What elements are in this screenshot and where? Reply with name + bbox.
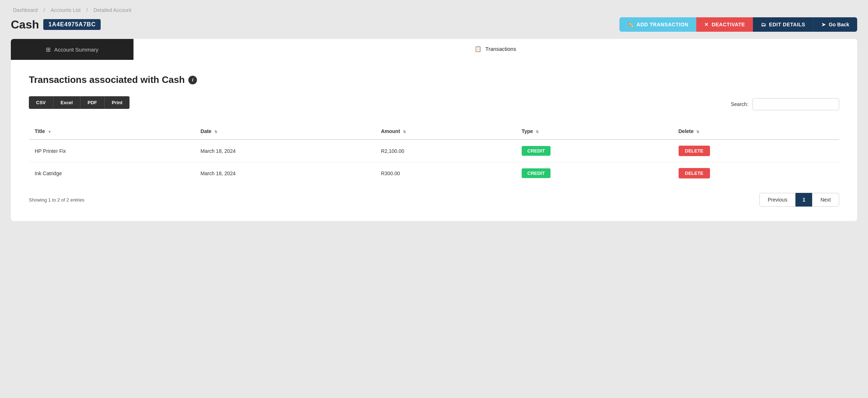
search-label: Search: xyxy=(731,101,748,107)
arrow-icon: ➤ xyxy=(821,22,826,27)
cell-date-1: March 18, 2024 xyxy=(195,162,375,185)
action-buttons: ✏️ ADD TRANSACTION ✕ DEACTIVATE 🗂 EDIT D… xyxy=(619,17,857,32)
sort-amount-icon[interactable]: ⇅ xyxy=(403,130,406,134)
breadcrumb-sep1: / xyxy=(43,7,46,13)
header-row: Cash 1A4E4975A7BC ✏️ ADD TRANSACTION ✕ D… xyxy=(11,17,857,32)
cell-amount-1: R300.00 xyxy=(375,162,516,185)
delete-button-0[interactable]: DELETE xyxy=(679,146,710,156)
table-row: Ink Catridge March 18, 2024 R300.00 CRED… xyxy=(29,162,839,185)
tab-transactions[interactable]: 📋 Transactions xyxy=(133,39,857,60)
export-buttons: CSV Excel PDF Print xyxy=(29,96,130,109)
col-amount: Amount ⇅ xyxy=(375,123,516,140)
breadcrumb-sep2: / xyxy=(86,7,89,13)
cell-title-1: Ink Catridge xyxy=(29,162,195,185)
sort-delete-icon[interactable]: ⇅ xyxy=(696,130,699,134)
section-title: Transactions associated with Cash i xyxy=(29,74,839,85)
page-title: Cash xyxy=(11,18,39,31)
table-footer: Showing 1 to 2 of 2 entries Previous 1 N… xyxy=(29,193,839,207)
next-button[interactable]: Next xyxy=(812,193,839,207)
table-header-row: Title ▼ Date ⇅ Amount ⇅ Type ⇅ xyxy=(29,123,839,140)
folder-icon: 🗂 xyxy=(761,22,766,27)
search-row: Search: xyxy=(731,98,839,110)
grid-icon: ⊞ xyxy=(46,46,51,53)
credit-badge-1: CREDIT xyxy=(522,168,551,178)
excel-button[interactable]: Excel xyxy=(53,96,80,109)
info-icon[interactable]: i xyxy=(188,76,197,84)
credit-badge-0: CREDIT xyxy=(522,146,551,156)
cell-date-0: March 18, 2024 xyxy=(195,140,375,162)
cell-type-0: CREDIT xyxy=(516,140,673,162)
current-page[interactable]: 1 xyxy=(795,193,812,207)
cell-amount-0: R2,100.00 xyxy=(375,140,516,162)
edit-icon: ✏️ xyxy=(627,22,634,27)
account-id-badge: 1A4E4975A7BC xyxy=(43,19,101,30)
title-area: Cash 1A4E4975A7BC xyxy=(11,18,101,31)
breadcrumb-detailed-account[interactable]: Detailed Account xyxy=(93,7,131,13)
pdf-button[interactable]: PDF xyxy=(80,96,105,109)
go-back-button[interactable]: ➤ Go Back xyxy=(813,17,857,32)
search-input[interactable] xyxy=(753,98,839,110)
pagination: Previous 1 Next xyxy=(759,193,839,207)
col-date: Date ⇅ xyxy=(195,123,375,140)
cell-delete-1: DELETE xyxy=(673,162,839,185)
edit-details-button[interactable]: 🗂 EDIT DETAILS xyxy=(753,17,813,32)
tab-account-summary[interactable]: ⊞ Account Summary xyxy=(11,39,133,60)
delete-button-1[interactable]: DELETE xyxy=(679,168,710,178)
col-title: Title ▼ xyxy=(29,123,195,140)
col-type: Type ⇅ xyxy=(516,123,673,140)
sort-title-icon[interactable]: ▼ xyxy=(48,130,51,134)
add-transaction-button[interactable]: ✏️ ADD TRANSACTION xyxy=(619,17,696,32)
tab-navigation: ⊞ Account Summary 📋 Transactions xyxy=(11,39,857,60)
cell-title-0: HP Printer Fix xyxy=(29,140,195,162)
deactivate-button[interactable]: ✕ DEACTIVATE xyxy=(696,17,753,32)
cell-type-1: CREDIT xyxy=(516,162,673,185)
csv-button[interactable]: CSV xyxy=(29,96,53,109)
sort-date-icon[interactable]: ⇅ xyxy=(214,130,217,134)
transactions-table: Title ▼ Date ⇅ Amount ⇅ Type ⇅ xyxy=(29,123,839,184)
breadcrumb: Dashboard / Accounts List / Detailed Acc… xyxy=(11,7,857,13)
clipboard-icon: 📋 xyxy=(474,45,482,52)
breadcrumb-accounts-list[interactable]: Accounts List xyxy=(51,7,80,13)
content-area: Transactions associated with Cash i CSV … xyxy=(11,60,857,221)
col-delete: Delete ⇅ xyxy=(673,123,839,140)
table-row: HP Printer Fix March 18, 2024 R2,100.00 … xyxy=(29,140,839,162)
print-button[interactable]: Print xyxy=(105,96,130,109)
showing-text: Showing 1 to 2 of 2 entries xyxy=(29,197,84,203)
main-card: ⊞ Account Summary 📋 Transactions Transac… xyxy=(11,39,857,221)
cell-delete-0: DELETE xyxy=(673,140,839,162)
close-icon: ✕ xyxy=(704,22,709,27)
previous-button[interactable]: Previous xyxy=(759,193,795,207)
sort-type-icon[interactable]: ⇅ xyxy=(536,130,539,134)
breadcrumb-dashboard[interactable]: Dashboard xyxy=(13,7,38,13)
